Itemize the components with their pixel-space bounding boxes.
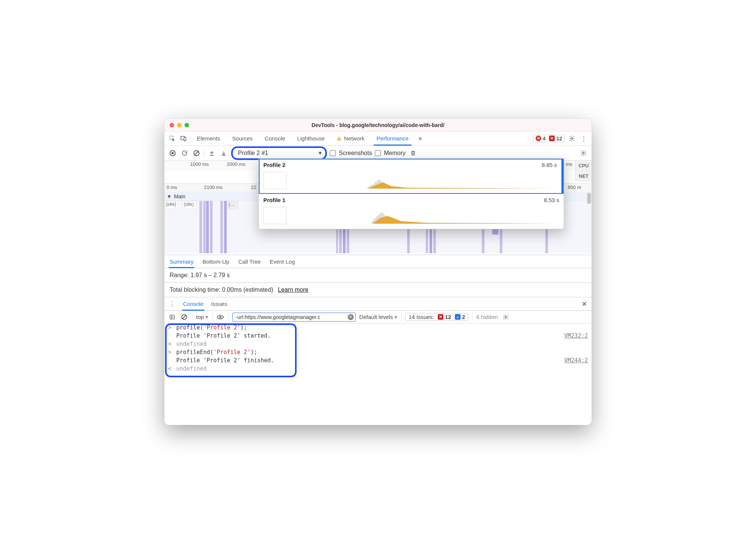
tab-network[interactable]: Network [331, 131, 370, 145]
live-expression-icon[interactable] [216, 313, 224, 321]
settings-gear-icon[interactable] [567, 134, 577, 143]
tab-elements[interactable]: Elements [192, 131, 226, 145]
screenshots-checkbox[interactable]: Screenshots [330, 150, 372, 156]
console-settings-gear-icon[interactable] [502, 313, 510, 321]
profile-sparkline [289, 207, 559, 224]
device-toolbar-icon[interactable] [179, 134, 188, 143]
total-blocking-time: Total blocking time: 0.00ms (estimated) … [164, 283, 592, 297]
subtab-label: Call Tree [238, 258, 261, 265]
issues-label: 14 Issues: [409, 314, 434, 320]
tab-label: Performance [377, 135, 409, 142]
console-line: > profile('Profile 2'); [164, 323, 592, 332]
divider [472, 313, 472, 321]
window-title: DevTools - blog.google/technology/ai/cod… [164, 122, 592, 128]
console-filter-input[interactable]: -url:https://www.googletagmanager.c ✕ [232, 313, 356, 322]
profile-duration: 8.85 s [542, 162, 557, 168]
tab-label: Elements [197, 135, 220, 142]
checkbox-icon [375, 150, 381, 156]
divider [212, 313, 213, 321]
clear-console-icon[interactable] [180, 313, 188, 321]
console-line: Profile 'Profile 2' started. VM232:2 [164, 332, 592, 340]
issue-error-count: 12 [445, 314, 451, 320]
issues-summary[interactable]: 14 Issues: ✕12 ≡2 [405, 313, 468, 321]
window-controls [170, 123, 189, 127]
drawer-tab-issues[interactable]: Issues [211, 297, 227, 310]
source-link[interactable]: VM244:2 [564, 357, 588, 364]
context-label: top [196, 314, 204, 320]
profile-row[interactable]: Profile 1 8.53 s [259, 194, 564, 229]
ruler-tick: 800 m [568, 185, 581, 190]
chevron-down-icon: ▾ [319, 149, 322, 156]
log-levels-select[interactable]: Default levels ▾ [359, 314, 397, 320]
memory-checkbox[interactable]: Memory [375, 150, 406, 156]
subtab-label: Summary [170, 258, 193, 265]
issue-info-count: 2 [462, 314, 465, 320]
scrollbar-thumb[interactable] [587, 193, 591, 204]
learn-more-link[interactable]: Learn more [278, 286, 309, 293]
svg-line-9 [195, 151, 198, 155]
kebab-menu-icon[interactable]: ⋮ [579, 134, 589, 143]
main-tabs: Elements Sources Console Lighthouse Netw… [164, 131, 592, 146]
divider [228, 313, 229, 321]
inspect-element-icon[interactable] [167, 134, 177, 143]
divider [204, 149, 204, 157]
main-thread-label: Main [174, 193, 185, 199]
upload-profile-icon[interactable] [207, 149, 216, 158]
issue-count: 12 [556, 136, 562, 142]
console-messages[interactable]: > profile('Profile 2'); Profile 'Profile… [164, 323, 592, 425]
zoom-window-button[interactable] [185, 123, 189, 127]
console-line: < undefined [164, 365, 592, 373]
hidden-count[interactable]: 6 hidden [476, 314, 498, 320]
profile-thumbnail [263, 207, 286, 224]
tab-sources[interactable]: Sources [227, 131, 258, 145]
divider [401, 313, 402, 321]
trash-icon[interactable] [409, 149, 418, 158]
console-sidebar-icon[interactable] [168, 313, 176, 321]
overview-cpu-label: CPU [576, 161, 592, 171]
ruler-tick: 2100 ms [204, 185, 223, 190]
panel-settings-gear-icon[interactable] [579, 149, 588, 158]
reload-record-icon[interactable] [180, 149, 189, 158]
drawer-tab-label: Issues [211, 301, 227, 307]
close-window-button[interactable] [170, 123, 174, 127]
subtab-call-tree[interactable]: Call Tree [238, 255, 261, 268]
download-profile-icon[interactable] [219, 149, 228, 158]
error-issue-badge[interactable]: ✕4 ✕12 [533, 135, 565, 142]
issue-error-icon: ✕ [438, 314, 443, 320]
clear-icon[interactable] [192, 149, 201, 158]
tab-lighthouse[interactable]: Lighthouse [292, 131, 330, 145]
checkbox-label: Memory [384, 150, 406, 156]
prompt-icon: > [168, 349, 173, 356]
idle-block: (idle) [182, 201, 196, 209]
checkbox-label: Screenshots [339, 150, 372, 156]
drawer-kebab-icon[interactable]: ⋮ [169, 300, 176, 308]
context-selector[interactable]: top ▾ [196, 314, 208, 320]
svg-rect-2 [184, 137, 186, 141]
chevron-down-icon: ▾ [394, 314, 397, 320]
clear-filter-icon[interactable]: ✕ [348, 314, 354, 320]
more-tabs-icon[interactable]: » [415, 134, 425, 143]
warning-icon [337, 136, 342, 141]
profile-sparkline [289, 172, 557, 189]
close-drawer-icon[interactable]: ✕ [582, 300, 587, 308]
profile-select[interactable]: Profile 2 #1 ▾ [231, 146, 327, 160]
subtab-bottom-up[interactable]: Bottom-Up [202, 255, 229, 268]
issue-info-icon: ≡ [455, 314, 461, 320]
profile-name: Profile 2 [263, 162, 285, 168]
profile-row[interactable]: Profile 2 8.85 s [259, 159, 564, 194]
tab-console[interactable]: Console [260, 131, 291, 145]
source-link[interactable]: VM232:2 [564, 332, 588, 339]
ruler-tick: 0 ms [167, 185, 177, 190]
prompt-icon: > [168, 324, 173, 331]
minimize-window-button[interactable] [177, 123, 182, 127]
subtab-event-log[interactable]: Event Log [270, 255, 295, 268]
task-block: (… [227, 201, 238, 209]
drawer-tab-console[interactable]: Console [183, 297, 204, 310]
svg-rect-3 [339, 137, 339, 139]
tab-label: Console [265, 135, 285, 142]
record-button-icon[interactable] [168, 149, 177, 158]
profile-duration: 8.53 s [544, 197, 559, 203]
subtab-summary[interactable]: Summary [170, 255, 193, 268]
ruler-tick: 22 [251, 185, 256, 190]
tab-performance[interactable]: Performance [371, 131, 414, 145]
